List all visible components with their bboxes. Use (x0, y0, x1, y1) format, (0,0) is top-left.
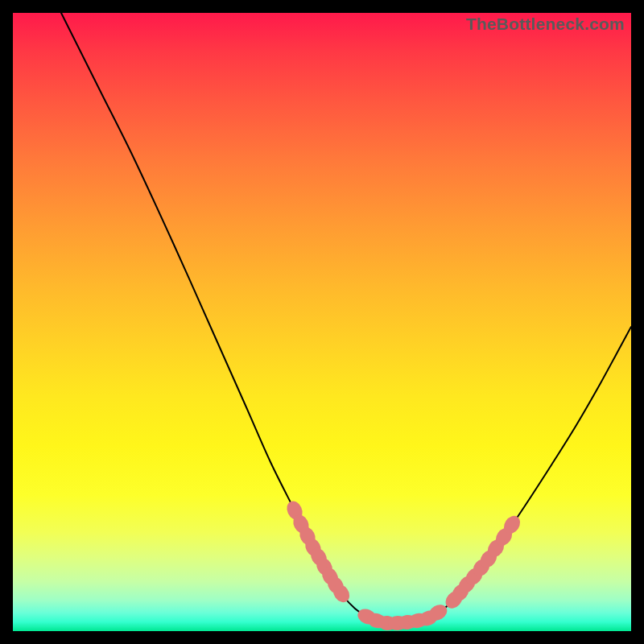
plot-area: TheBottleneck.com (13, 13, 631, 631)
chart-frame: TheBottleneck.com (0, 0, 644, 644)
bottleneck-curve (61, 13, 631, 623)
curve-svg (13, 13, 631, 631)
curve-beads (284, 498, 523, 631)
